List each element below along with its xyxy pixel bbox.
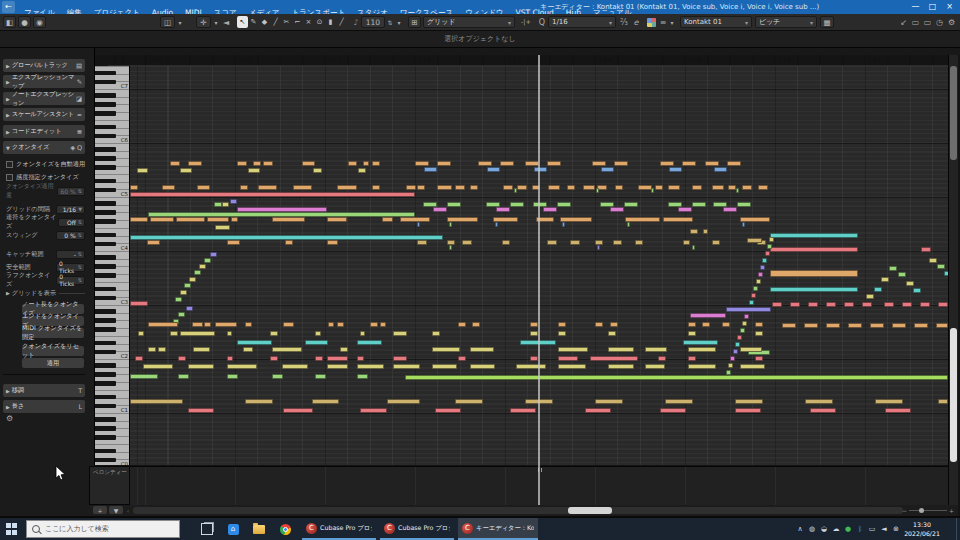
midi-note[interactable] (665, 399, 693, 404)
midi-note[interactable] (210, 252, 217, 257)
midi-note[interactable] (400, 217, 430, 222)
midi-note[interactable] (728, 185, 736, 190)
timeline-ruler[interactable]: 109110111112113114115116117 (108, 55, 948, 66)
midi-note[interactable] (415, 161, 429, 166)
midi-note[interactable] (723, 207, 737, 212)
midi-note[interactable] (525, 161, 539, 166)
midi-note[interactable] (514, 188, 517, 193)
midi-note[interactable] (222, 202, 229, 207)
midi-note[interactable] (130, 217, 148, 222)
piano-octave[interactable]: C0 (95, 413, 130, 466)
midi-note[interactable] (597, 245, 600, 250)
midi-note[interactable] (180, 331, 215, 336)
autoscroll-button[interactable]: ✛ (196, 16, 211, 28)
black-key[interactable] (95, 296, 116, 301)
midi-note[interactable] (782, 323, 796, 328)
midi-note[interactable] (197, 185, 210, 190)
piano-octave[interactable]: C4 (95, 197, 130, 251)
black-key[interactable] (95, 102, 116, 107)
vertical-scrollbar-segment[interactable] (950, 66, 957, 160)
black-key[interactable] (95, 426, 116, 431)
midi-note[interactable] (627, 222, 630, 227)
close-button[interactable]: × (941, 0, 958, 14)
midi-note[interactable] (170, 161, 180, 166)
midi-note[interactable] (393, 364, 420, 369)
tray-cloud-icon[interactable]: ☁ (830, 525, 842, 533)
midi-note[interactable] (449, 222, 452, 227)
midi-note[interactable] (655, 185, 663, 190)
midi-note[interactable] (881, 277, 889, 282)
midi-note[interactable] (510, 408, 536, 413)
black-key[interactable] (95, 179, 116, 184)
midi-note[interactable] (417, 240, 427, 245)
midi-note[interactable] (742, 222, 745, 227)
midi-note[interactable] (826, 302, 836, 307)
midi-note[interactable] (358, 168, 366, 173)
midi-note[interactable] (272, 217, 305, 222)
midi-note[interactable] (614, 161, 628, 166)
midi-note[interactable] (595, 322, 603, 327)
black-key[interactable] (95, 287, 116, 292)
midi-note[interactable] (844, 302, 854, 307)
lines-icon[interactable]: ≡ (658, 16, 668, 28)
field-value[interactable]: 1/16▼ (56, 205, 85, 214)
black-key[interactable] (95, 134, 116, 139)
midi-note[interactable] (470, 347, 494, 352)
midi-note[interactable] (703, 229, 708, 234)
midi-note[interactable] (751, 293, 756, 298)
tray-sync-icon[interactable]: ● (842, 525, 854, 533)
midi-note[interactable] (740, 364, 765, 369)
midi-note[interactable] (736, 188, 739, 193)
midi-note[interactable] (765, 251, 770, 256)
strength-value[interactable]: 60 %⇅ (57, 187, 85, 196)
midi-note[interactable] (921, 247, 931, 252)
midi-note[interactable] (755, 356, 763, 361)
midi-note[interactable] (517, 185, 527, 190)
midi-note[interactable] (282, 364, 308, 369)
midi-note[interactable] (363, 161, 369, 166)
black-key[interactable] (95, 93, 116, 98)
midi-note[interactable] (660, 408, 686, 413)
black-key[interactable] (95, 125, 116, 130)
tray-x-icon[interactable]: ⊗ (890, 525, 902, 533)
midi-note[interactable] (495, 222, 498, 227)
midi-note[interactable] (866, 294, 874, 299)
tray-volume-icon[interactable]: ◄ (878, 525, 890, 533)
midi-note[interactable] (938, 302, 948, 307)
midi-note[interactable] (692, 185, 702, 190)
expand-arrow-icon[interactable]: ▶ (6, 129, 10, 135)
expand-arrow-icon[interactable]: ▶ (6, 290, 10, 296)
black-key[interactable] (95, 404, 116, 409)
midi-note[interactable] (188, 408, 214, 413)
chrome-icon[interactable] (278, 522, 292, 536)
quantize-grid-icon[interactable]: ⊞ (408, 16, 421, 28)
midi-note[interactable] (692, 202, 706, 207)
midi-note[interactable] (315, 356, 323, 361)
midi-note[interactable] (192, 322, 203, 327)
midi-note[interactable] (435, 408, 461, 413)
midi-note[interactable] (753, 286, 758, 291)
midi-note[interactable] (601, 167, 614, 172)
midi-note[interactable] (608, 347, 634, 352)
midi-note[interactable] (147, 240, 160, 245)
midi-note[interactable] (178, 374, 189, 379)
minimize-button[interactable]: — (907, 0, 924, 14)
window-pane-icon[interactable]: ▭ (910, 16, 921, 28)
tray-display-icon[interactable]: ▭ (866, 525, 878, 533)
expand-arrow-icon[interactable]: ▶ (6, 79, 10, 85)
midi-note[interactable] (405, 375, 948, 380)
midi-note[interactable] (135, 356, 143, 361)
midi-note[interactable] (610, 207, 624, 212)
midi-note[interactable] (767, 244, 772, 249)
grid-type-dropdown[interactable]: グリッド ▾ (423, 16, 515, 28)
object-selection-tool[interactable]: ↖ (237, 16, 248, 28)
midi-note[interactable] (668, 185, 680, 190)
midi-note[interactable] (735, 342, 740, 347)
midi-note[interactable] (567, 185, 575, 190)
midi-note[interactable] (937, 264, 945, 269)
sidebar-panel-2[interactable]: ▶ノートエクスプレッション◪ (3, 92, 85, 105)
midi-note[interactable] (722, 322, 730, 327)
midi-note[interactable] (688, 356, 696, 361)
midi-note[interactable] (227, 374, 238, 379)
mute-tool[interactable]: × (303, 16, 314, 28)
